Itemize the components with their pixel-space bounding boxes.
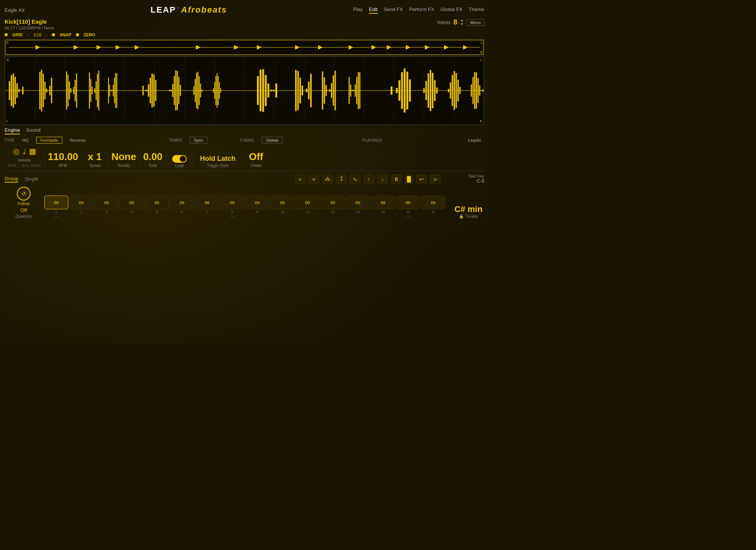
voices-value: 8 <box>454 18 457 26</box>
step-num-7: 7 <box>206 210 208 214</box>
choke-group: Off Choke <box>243 151 270 168</box>
reverse-button[interactable]: Reverse <box>67 137 89 143</box>
nav-play[interactable]: Play <box>353 6 363 14</box>
step-cell-7: ∞7 <box>195 196 219 218</box>
seq-pause2[interactable]: ▐▌ <box>405 175 413 184</box>
step-cell-12: ∞12 <box>321 196 345 218</box>
quantize-value: Off <box>20 207 27 213</box>
seq-up[interactable]: ↑ <box>363 175 374 184</box>
tempo-label: TEMPO <box>168 138 182 142</box>
seq-forward-end[interactable]: » <box>430 175 441 184</box>
seq-forward-fast[interactable]: » <box>295 175 305 184</box>
legato-button[interactable]: Legato <box>465 137 484 143</box>
step-num-8: 8 <box>231 210 233 214</box>
quantize-label: Quantize <box>15 214 32 218</box>
snap-dot <box>52 33 55 36</box>
step-button-15[interactable]: ∞ <box>396 196 420 209</box>
step-button-5[interactable]: ∞ <box>145 196 169 209</box>
tonality-value[interactable]: None <box>111 151 136 163</box>
step-button-14[interactable]: ∞ <box>371 196 395 209</box>
step-button-13[interactable]: ∞ <box>346 196 370 209</box>
step-cell-15: ∞15C5 <box>396 196 420 218</box>
tab-sound[interactable]: Sound <box>26 127 40 134</box>
waveform-overview[interactable]: S L E <box>5 39 484 55</box>
nav-edit[interactable]: Edit <box>369 6 377 14</box>
loop-label: Loop <box>175 163 184 168</box>
trigger-style-value[interactable]: Hold Latch <box>200 155 236 163</box>
nav-send-fx[interactable]: Send FX <box>384 6 403 14</box>
step-button-16[interactable]: ∞ <box>421 196 445 209</box>
seq-toolbar: » « ⁂ ⁑ ∿ ↑ ↓ ⏸ ▐▌ ↩ » <box>295 175 441 184</box>
tab-engine[interactable]: Engine <box>5 127 20 134</box>
melody-icon-note[interactable]: ♩ <box>23 147 26 156</box>
env-order-label: Env Order <box>22 163 41 168</box>
step-button-12[interactable]: ∞ <box>321 196 345 209</box>
instrument-name: Kick[110] Eagle <box>5 18 54 25</box>
step-button-10[interactable]: ∞ <box>270 196 294 209</box>
bpm-group: 110.00 BPM <box>45 151 82 168</box>
seq-wave[interactable]: ∿ <box>350 175 360 184</box>
voices-up-arrow[interactable]: ▲ <box>460 19 464 22</box>
global-button[interactable]: Global <box>262 137 283 144</box>
start-key-value: C-3 <box>477 178 484 184</box>
step-cell-3: ∞3 <box>95 196 119 218</box>
speed-label: Speed <box>89 163 100 168</box>
seq-fill2[interactable]: ⁑ <box>336 175 347 184</box>
step-num-14: 14 <box>381 210 385 214</box>
grid-dot <box>5 33 8 36</box>
step-button-6[interactable]: ∞ <box>170 196 194 209</box>
waveform-main[interactable]: S L L E <box>5 56 484 125</box>
step-cell-5: ∞5 <box>145 196 169 218</box>
speed-value[interactable]: x 1 <box>88 151 102 163</box>
seq-return[interactable]: ↩ <box>416 175 427 184</box>
step-button-7[interactable]: ∞ <box>195 196 219 209</box>
hq-button[interactable]: HQ <box>19 137 32 143</box>
melody-icon-grid[interactable]: ▦ <box>29 147 36 156</box>
zero-dot <box>76 33 79 36</box>
nav-theme[interactable]: Theme <box>469 6 484 14</box>
step-num-11: 11 <box>306 210 310 214</box>
single-button[interactable]: Single <box>24 176 38 182</box>
melody-icon-circle[interactable]: ◎ <box>13 147 19 156</box>
follow-button[interactable]: ↺ <box>17 187 31 201</box>
seq-fill1[interactable]: ⁂ <box>322 175 333 184</box>
step-button-2[interactable]: ∞ <box>69 196 94 209</box>
bpm-value[interactable]: 110.00 <box>48 151 78 163</box>
tune-value[interactable]: 0.00 <box>143 151 163 163</box>
step-button-3[interactable]: ∞ <box>95 196 119 209</box>
group-button[interactable]: Group <box>5 176 18 183</box>
nav-perform-fx[interactable]: Perform FX <box>409 6 434 14</box>
melody-group: ◎ ♩ ▦ Melody Shift Env Order <box>5 147 45 168</box>
loop-toggle[interactable] <box>172 155 187 163</box>
product-name: Afrobeats <box>181 5 227 15</box>
seq-pause1[interactable]: ⏸ <box>391 175 402 184</box>
mono-button[interactable]: Mono <box>467 19 484 26</box>
nav-global-fx[interactable]: Global FX <box>441 6 463 14</box>
step-cell-11: ∞11 <box>296 196 320 218</box>
step-num-3: 3 <box>106 210 108 214</box>
seq-down[interactable]: ↓ <box>377 175 388 184</box>
step-button-1[interactable]: ∞ <box>44 196 68 209</box>
step-button-11[interactable]: ∞ <box>296 196 320 209</box>
voices-stepper[interactable]: ▲ ▼ <box>460 19 464 26</box>
step-cell-14: ∞14 <box>371 196 395 218</box>
grid-next[interactable]: › <box>46 32 48 37</box>
choke-value[interactable]: Off <box>249 151 263 163</box>
overview-e-label: E <box>480 50 483 54</box>
wf-s-label: S <box>6 58 9 62</box>
snap-label: SNAP <box>60 32 71 37</box>
step-num-16: 16 <box>431 210 435 214</box>
step-button-4[interactable]: ∞ <box>120 196 144 209</box>
voices-down-arrow[interactable]: ▼ <box>460 23 464 26</box>
sync-button[interactable]: Sync <box>190 137 207 144</box>
playback-label: PLAYBACK <box>362 138 382 142</box>
grid-prev[interactable]: ‹ <box>27 32 29 37</box>
trigger-style-label: Trigger Style <box>207 163 228 168</box>
step-num-10: 10 <box>281 210 284 214</box>
formants-button[interactable]: Formants <box>36 137 62 144</box>
wf-lb-label: L <box>6 119 8 123</box>
seq-backward-fast[interactable]: « <box>309 175 319 184</box>
tonality-display: C# min <box>454 204 482 214</box>
step-button-9[interactable]: ∞ <box>246 196 270 209</box>
step-button-8[interactable]: ∞ <box>220 196 244 209</box>
